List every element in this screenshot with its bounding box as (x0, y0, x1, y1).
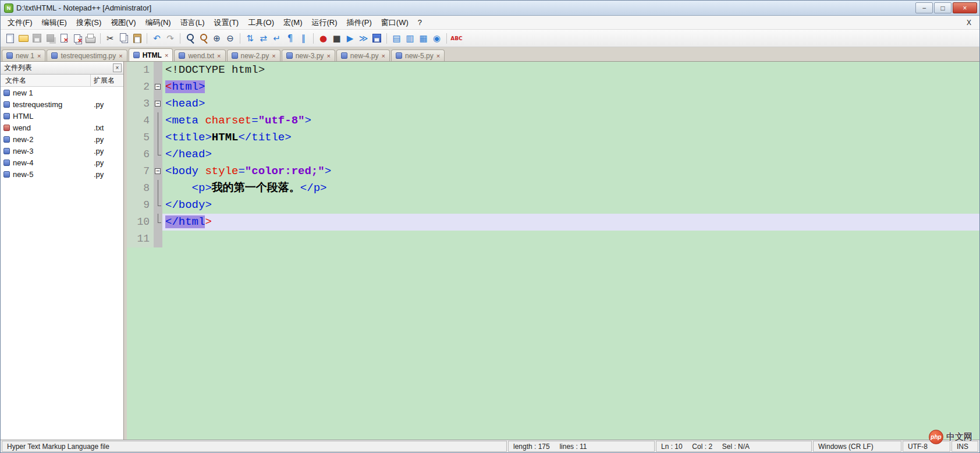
tab-close-icon[interactable]: × (119, 52, 122, 59)
document-tab[interactable]: HTML× (129, 48, 173, 61)
menu-item[interactable]: ? (413, 16, 427, 29)
status-length: length : 175 lines : 11 (508, 441, 655, 452)
code-text[interactable]: </body> (162, 197, 979, 214)
document-map-icon[interactable]: ▥ (404, 32, 416, 44)
document-tab[interactable]: new 1× (2, 49, 45, 61)
close-button[interactable]: × (953, 2, 977, 13)
menu-close-document-button[interactable]: X (961, 19, 977, 27)
code-text[interactable]: <body style="color:red;"> (162, 163, 979, 180)
tab-close-icon[interactable]: × (272, 52, 275, 59)
file-list-close-icon[interactable]: × (113, 63, 122, 72)
fold-margin (154, 214, 162, 231)
tab-close-icon[interactable]: × (217, 52, 221, 59)
document-tab[interactable]: wend.txt× (174, 49, 225, 61)
document-tab[interactable]: new-5.py× (391, 49, 445, 61)
file-row[interactable]: HTML (1, 110, 123, 122)
menu-item[interactable]: 窗口(W) (377, 16, 413, 30)
folder-workspace-icon[interactable]: ▦ (417, 32, 429, 44)
fold-margin[interactable]: − (154, 95, 162, 112)
menu-item[interactable]: 文件(F) (3, 16, 37, 30)
play-macro-icon[interactable]: ▶ (344, 32, 356, 44)
menu-item[interactable]: 工具(O) (243, 16, 279, 30)
file-status-icon (3, 171, 10, 178)
code-text[interactable]: <title>HTML</title> (162, 129, 979, 146)
zoom-out-icon[interactable]: ⊖ (224, 32, 236, 44)
zoom-in-icon[interactable]: ⊕ (211, 32, 223, 44)
code-text[interactable]: </head> (162, 146, 979, 163)
fold-collapse-icon[interactable]: − (155, 101, 161, 107)
file-row[interactable]: testrequestimg.py (1, 98, 123, 110)
column-extension[interactable]: 扩展名 (91, 76, 123, 86)
file-row[interactable]: new-4.py (1, 157, 123, 168)
spell-check-icon[interactable]: ABC (450, 32, 463, 44)
document-tab[interactable]: new-3.py× (282, 49, 335, 61)
menu-item[interactable]: 编码(N) (141, 16, 176, 30)
open-file-icon[interactable] (17, 32, 30, 44)
new-file-icon[interactable] (4, 32, 16, 44)
file-row[interactable]: new-5.py (1, 168, 123, 180)
menu-item[interactable]: 插件(P) (342, 16, 377, 30)
copy-icon[interactable] (118, 32, 130, 44)
code-text[interactable]: <html> (162, 79, 979, 95)
minimize-button[interactable]: − (915, 2, 933, 13)
record-macro-icon[interactable]: ● (317, 32, 329, 44)
find-icon[interactable] (184, 32, 196, 44)
tab-close-icon[interactable]: × (37, 52, 41, 59)
undo-icon[interactable]: ↶ (151, 32, 163, 44)
file-name: new-2 (13, 135, 91, 144)
replace-icon[interactable] (197, 32, 210, 44)
run-macro-multiple-icon[interactable]: ≫ (357, 32, 370, 44)
menu-item[interactable]: 设置(T) (210, 16, 244, 30)
maximize-button[interactable]: □ (934, 2, 951, 13)
save-macro-icon[interactable] (371, 32, 383, 44)
tab-close-icon[interactable]: × (165, 52, 168, 59)
tab-close-icon[interactable]: × (436, 52, 440, 59)
cut-icon[interactable]: ✂ (104, 32, 116, 44)
code-text[interactable]: <head> (162, 95, 979, 112)
menu-item[interactable]: 编辑(E) (37, 16, 72, 30)
file-row[interactable]: new-2.py (1, 133, 123, 145)
column-filename[interactable]: 文件名 (1, 75, 91, 86)
file-row[interactable]: wend.txt (1, 122, 123, 133)
editor-area[interactable]: 1<!DOCTYPE html>2−<html>3−<head>4<meta c… (127, 62, 979, 440)
fold-margin[interactable]: − (154, 163, 162, 180)
sync-horizontal-icon[interactable]: ⇄ (257, 32, 269, 44)
paste-icon[interactable] (131, 32, 143, 44)
indent-guide-icon[interactable]: ∥ (297, 32, 310, 44)
close-all-icon[interactable] (71, 32, 83, 44)
file-row[interactable]: new-3.py (1, 145, 123, 157)
document-monitor-icon[interactable]: ◉ (431, 32, 443, 44)
code-text[interactable]: <!DOCTYPE html> (162, 62, 979, 79)
code-text[interactable] (162, 231, 979, 247)
save-all-icon[interactable] (44, 32, 56, 44)
document-tab[interactable]: testrequestimg.py× (47, 49, 127, 61)
file-row[interactable]: new 1 (1, 87, 123, 98)
toolbar-separator (386, 33, 387, 44)
menu-item[interactable]: 宏(M) (279, 16, 307, 30)
tab-close-icon[interactable]: × (382, 52, 385, 59)
show-all-chars-icon[interactable]: ¶ (284, 32, 296, 44)
tab-close-icon[interactable]: × (326, 52, 330, 59)
function-list-icon[interactable]: ▤ (390, 32, 403, 44)
redo-icon[interactable]: ↷ (164, 32, 176, 44)
menu-item[interactable]: 搜索(S) (72, 16, 106, 30)
menu-item[interactable]: 运行(R) (307, 16, 342, 30)
menu-item[interactable]: 语言(L) (176, 16, 210, 30)
code-text[interactable]: <meta charset="utf-8"> (162, 112, 979, 129)
fold-collapse-icon[interactable]: − (155, 168, 161, 174)
print-icon[interactable] (84, 32, 97, 44)
document-tab[interactable]: new-4.py× (336, 49, 390, 61)
save-icon[interactable] (31, 32, 43, 44)
stop-macro-icon[interactable]: ■ (331, 32, 343, 44)
code-text[interactable]: </html> (162, 214, 979, 231)
toolbar-separator (446, 33, 447, 44)
code-text[interactable]: <p>我的第一个段落。</p> (162, 180, 979, 197)
fold-margin[interactable]: − (154, 79, 162, 95)
document-tab[interactable]: new-2.py× (227, 49, 280, 61)
sync-vertical-icon[interactable]: ⇅ (244, 32, 256, 44)
fold-collapse-icon[interactable]: − (155, 84, 161, 90)
tab-label: testrequestimg.py (61, 52, 116, 60)
menu-item[interactable]: 视图(V) (106, 16, 140, 30)
word-wrap-icon[interactable]: ↵ (271, 32, 283, 44)
close-file-icon[interactable] (58, 32, 70, 44)
